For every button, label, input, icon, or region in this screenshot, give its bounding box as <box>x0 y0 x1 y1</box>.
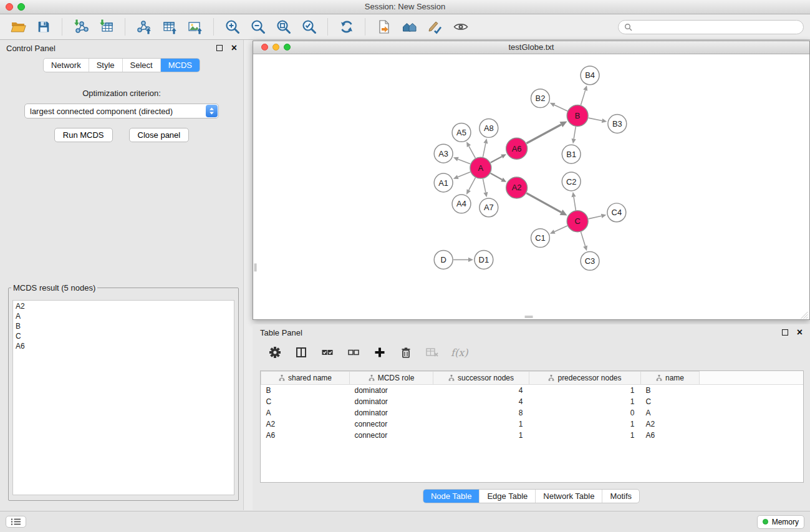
graph-edge-A-A6[interactable] <box>491 157 502 163</box>
tab-motifs[interactable]: Motifs <box>602 490 639 503</box>
table-cell[interactable]: 8 <box>433 407 529 418</box>
table-cell[interactable]: 4 <box>433 385 529 397</box>
zoom-fit-button[interactable] <box>272 16 295 37</box>
tab-style[interactable]: Style <box>89 59 123 72</box>
graph-node-C3[interactable]: C3 <box>581 252 599 271</box>
tab-network-table[interactable]: Network Table <box>536 490 602 503</box>
table-settings-button[interactable] <box>268 345 282 360</box>
table-row[interactable]: A2connector11A2 <box>261 418 804 430</box>
graph-edge-C-C1[interactable] <box>554 226 567 231</box>
mcds-result-item[interactable]: A6 <box>16 341 231 351</box>
canvas-scroll-nub[interactable] <box>254 263 257 271</box>
graph-node-B3[interactable]: B3 <box>608 115 627 133</box>
table-cell[interactable]: A <box>641 407 700 418</box>
tab-mcds[interactable]: MCDS <box>161 59 200 72</box>
graph-node-D1[interactable]: D1 <box>475 251 493 269</box>
export-table-button[interactable] <box>158 16 181 37</box>
close-panel-icon[interactable]: × <box>231 43 237 53</box>
graph-edge-A-A3[interactable] <box>458 159 470 164</box>
apply-style-button[interactable] <box>423 16 446 37</box>
table-cell[interactable]: 1 <box>433 430 529 441</box>
graph-edge-A2-C[interactable] <box>526 193 561 213</box>
table-row[interactable]: Adominator80A <box>261 407 804 418</box>
column-header-predecessor-nodes[interactable]: predecessor nodes <box>529 372 641 385</box>
table-cell[interactable]: dominator <box>350 407 433 418</box>
table-cell[interactable]: 1 <box>529 396 641 407</box>
graph-edge-A-A4[interactable] <box>469 178 476 190</box>
table-cell[interactable]: 4 <box>433 396 529 407</box>
table-cell[interactable]: A2 <box>261 418 350 430</box>
table-cell[interactable]: dominator <box>350 385 433 397</box>
export-network-button[interactable] <box>132 16 155 37</box>
table-row[interactable]: A6connector11A6 <box>261 430 804 441</box>
graph-node-D[interactable]: D <box>434 251 453 269</box>
show-columns-button[interactable] <box>294 345 309 360</box>
graph-node-C2[interactable]: C2 <box>562 172 581 191</box>
table-cell[interactable]: A6 <box>641 430 700 441</box>
graph-node-B2[interactable]: B2 <box>531 89 550 108</box>
memory-button[interactable]: Memory <box>757 515 804 529</box>
graph-node-A2[interactable]: A2 <box>506 177 528 198</box>
zoom-in-button[interactable] <box>221 16 244 37</box>
column-header-successor-nodes[interactable]: successor nodes <box>433 372 529 385</box>
graph-node-A3[interactable]: A3 <box>434 144 453 163</box>
float-panel-icon[interactable] <box>216 45 223 51</box>
graph-edge-A-A5[interactable] <box>469 146 475 158</box>
delete-column-button[interactable] <box>398 345 413 360</box>
close-panel-button[interactable]: Close panel <box>129 128 190 142</box>
table-cell[interactable]: B <box>261 385 350 397</box>
open-session-button[interactable] <box>6 16 29 37</box>
graph-node-A4[interactable]: A4 <box>452 195 471 213</box>
graph-node-A5[interactable]: A5 <box>452 123 471 142</box>
graph-edge-A-A1[interactable] <box>458 172 470 177</box>
graph-node-C4[interactable]: C4 <box>607 203 626 222</box>
zoom-selected-button[interactable] <box>297 16 321 37</box>
graph-edge-A-A7[interactable] <box>483 179 485 193</box>
table-row[interactable]: Cdominator41C <box>261 396 804 407</box>
graph-edge-B-B3[interactable] <box>589 118 602 120</box>
float-table-panel-icon[interactable] <box>782 329 788 336</box>
window-resize-grip[interactable] <box>803 314 808 319</box>
select-all-button[interactable] <box>320 345 335 360</box>
graph-edge-A-A2[interactable] <box>491 173 503 180</box>
graph-edge-B-B4[interactable] <box>581 90 585 105</box>
graph-node-A1[interactable]: A1 <box>434 173 453 192</box>
mcds-result-list[interactable]: A2ABCA6 <box>12 300 234 495</box>
table-cell[interactable]: A <box>261 407 350 418</box>
graph-node-C1[interactable]: C1 <box>531 229 550 248</box>
save-session-button[interactable] <box>32 16 55 37</box>
home-button[interactable] <box>398 16 421 37</box>
network-close-button[interactable] <box>261 44 268 51</box>
task-history-button[interactable] <box>6 516 26 528</box>
tab-select[interactable]: Select <box>123 59 161 72</box>
network-zoom-button[interactable] <box>284 44 291 51</box>
mcds-result-item[interactable]: A <box>16 311 231 321</box>
show-graphics-details-button[interactable] <box>449 16 472 37</box>
table-cell[interactable]: 0 <box>529 407 641 418</box>
table-cell[interactable]: 1 <box>433 418 529 430</box>
graph-edge-A6-B[interactable] <box>526 125 561 143</box>
import-network-button[interactable] <box>69 16 92 37</box>
table-cell[interactable]: C <box>261 396 350 407</box>
canvas-scroll-nub[interactable] <box>525 316 533 318</box>
graph-node-B4[interactable]: B4 <box>581 66 599 85</box>
table-row[interactable]: Bdominator41B <box>261 385 804 397</box>
graph-node-C[interactable]: C <box>567 211 588 232</box>
search-input[interactable] <box>635 22 798 32</box>
graph-edge-B-B1[interactable] <box>574 127 576 138</box>
graph-edge-B-B2[interactable] <box>554 105 567 111</box>
tab-edge-table[interactable]: Edge Table <box>480 490 536 503</box>
table-cell[interactable]: B <box>641 385 700 397</box>
network-canvas[interactable]: B4B2BB3A5A8A6A3B1AC2A1A2A4A7C4CC1C3DD1 <box>253 54 809 319</box>
table-cell[interactable]: 1 <box>529 430 641 441</box>
table-cell[interactable]: A6 <box>261 430 350 441</box>
run-mcds-button[interactable]: Run MCDS <box>54 128 113 142</box>
unselect-all-button[interactable] <box>346 345 361 360</box>
add-column-button[interactable] <box>372 345 387 360</box>
zoom-out-button[interactable] <box>246 16 269 37</box>
graph-edge-C-C3[interactable] <box>581 232 585 246</box>
column-header-name[interactable]: name <box>641 372 700 385</box>
network-minimize-button[interactable] <box>272 44 279 51</box>
table-cell[interactable]: A2 <box>641 418 700 430</box>
table-cell[interactable]: connector <box>350 430 433 441</box>
